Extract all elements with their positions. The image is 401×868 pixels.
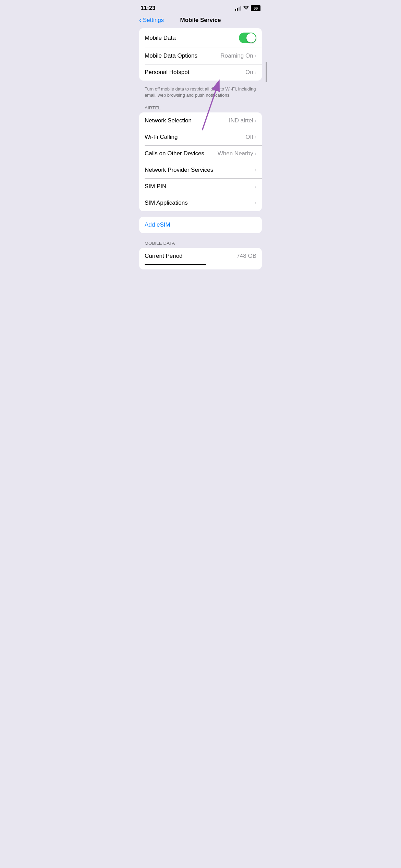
- status-icons: 66: [235, 5, 260, 11]
- mobile-data-section-header: MOBILE DATA: [139, 239, 262, 248]
- status-bar: 11:23 66: [134, 0, 267, 14]
- network-selection-label: Network Selection: [145, 117, 192, 124]
- calls-other-devices-chevron: ›: [255, 150, 256, 157]
- nav-bar: ‹ Settings Mobile Service: [134, 14, 267, 28]
- sim-pin-label: SIM PIN: [145, 183, 166, 190]
- back-button[interactable]: ‹ Settings: [139, 16, 164, 24]
- page-title: Mobile Service: [180, 17, 221, 24]
- current-period-label: Current Period: [145, 253, 183, 260]
- sim-applications-label: SIM Applications: [145, 200, 188, 206]
- current-period-card: Current Period 748 GB: [139, 248, 262, 269]
- calls-other-devices-row[interactable]: Calls on Other Devices When Nearby ›: [139, 145, 262, 162]
- wifi-calling-chevron: ›: [255, 134, 256, 140]
- personal-hotspot-label: Personal Hotspot: [145, 69, 189, 76]
- signal-strength-icon: [235, 6, 241, 11]
- add-esim-label[interactable]: Add eSIM: [145, 221, 170, 228]
- network-selection-chevron: ›: [255, 118, 256, 124]
- wifi-calling-value: Off: [245, 134, 253, 141]
- network-provider-services-row[interactable]: Network Provider Services ›: [139, 162, 262, 178]
- network-provider-services-label: Network Provider Services: [145, 167, 213, 173]
- current-period-value: 748 GB: [236, 253, 256, 260]
- top-settings-card: Mobile Data Mobile Data Options Roaming …: [139, 28, 262, 81]
- sim-pin-row[interactable]: SIM PIN ›: [139, 178, 262, 195]
- network-selection-row[interactable]: Network Selection IND airtel ›: [139, 112, 262, 129]
- network-provider-chevron: ›: [255, 167, 256, 173]
- sim-applications-chevron: ›: [255, 200, 256, 206]
- airtel-section-header: AIRTEL: [139, 103, 262, 112]
- sim-pin-chevron: ›: [255, 183, 256, 190]
- scrollbar[interactable]: [266, 62, 267, 82]
- back-chevron-icon: ‹: [139, 16, 142, 24]
- battery-icon: 66: [251, 5, 260, 11]
- personal-hotspot-value: On: [245, 69, 253, 76]
- back-label[interactable]: Settings: [143, 17, 164, 24]
- mobile-data-options-value: Roaming On: [220, 52, 253, 59]
- mobile-data-toggle[interactable]: [239, 33, 256, 43]
- mobile-data-options-label: Mobile Data Options: [145, 52, 197, 59]
- calls-other-devices-value: When Nearby: [218, 150, 253, 157]
- add-esim-row[interactable]: Add eSIM: [139, 217, 262, 233]
- personal-hotspot-chevron: ›: [255, 69, 256, 75]
- airtel-card: Network Selection IND airtel › Wi-Fi Cal…: [139, 112, 262, 211]
- mobile-data-options-chevron: ›: [255, 53, 256, 59]
- mobile-data-helper-text: Turn off mobile data to restrict all dat…: [139, 83, 262, 103]
- status-time: 11:23: [141, 5, 155, 12]
- wifi-icon: [243, 6, 249, 10]
- personal-hotspot-row[interactable]: Personal Hotspot On ›: [139, 64, 262, 81]
- calls-other-devices-label: Calls on Other Devices: [145, 150, 204, 157]
- wifi-calling-label: Wi-Fi Calling: [145, 134, 178, 141]
- wifi-calling-row[interactable]: Wi-Fi Calling Off ›: [139, 129, 262, 145]
- mobile-data-label: Mobile Data: [145, 35, 176, 41]
- add-esim-card: Add eSIM: [139, 217, 262, 233]
- current-period-row[interactable]: Current Period 748 GB: [139, 248, 262, 264]
- network-selection-value: IND airtel: [229, 117, 253, 124]
- sim-applications-row[interactable]: SIM Applications ›: [139, 195, 262, 211]
- mobile-data-options-row[interactable]: Mobile Data Options Roaming On ›: [139, 48, 262, 64]
- mobile-data-row[interactable]: Mobile Data: [139, 28, 262, 48]
